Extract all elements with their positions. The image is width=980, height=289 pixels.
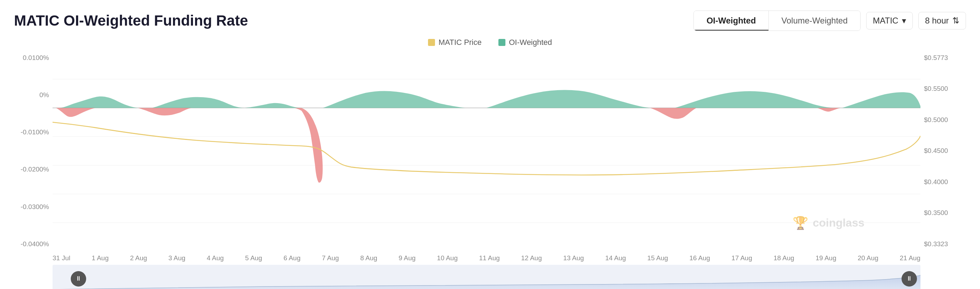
tab-oi-weighted[interactable]: OI-Weighted xyxy=(694,11,769,30)
chevron-updown-icon: ⇅ xyxy=(952,16,959,26)
x-label-19: 19 Aug xyxy=(816,254,837,262)
y-right-label-6: $0.3323 xyxy=(924,240,966,248)
x-label-5: 5 Aug xyxy=(245,254,262,262)
chart-area: MATIC Price OI-Weighted 0.0100% 0% -0.01… xyxy=(14,38,966,289)
y-axis-right: $0.5773 $0.5500 $0.5000 $0.4500 $0.4000 … xyxy=(920,51,966,251)
time-select-value: 8 hour xyxy=(925,16,949,26)
x-label-21: 21 Aug xyxy=(900,254,920,262)
x-axis: 31 Jul 1 Aug 2 Aug 3 Aug 4 Aug 5 Aug 6 A… xyxy=(52,251,920,263)
x-label-12: 12 Aug xyxy=(521,254,542,262)
x-label-3: 3 Aug xyxy=(169,254,186,262)
y-right-label-1: $0.5500 xyxy=(924,85,966,93)
x-label-6: 6 Aug xyxy=(283,254,301,262)
y-label-4: -0.0300% xyxy=(14,203,49,211)
y-label-0: 0.0100% xyxy=(14,54,49,62)
chevron-down-icon: ▾ xyxy=(902,16,906,26)
legend-label-price: MATIC Price xyxy=(439,38,482,47)
y-label-1: 0% xyxy=(14,91,49,99)
x-label-20: 20 Aug xyxy=(858,254,878,262)
y-right-label-4: $0.4000 xyxy=(924,178,966,186)
y-right-label-0: $0.5773 xyxy=(924,54,966,62)
tab-volume-weighted[interactable]: Volume-Weighted xyxy=(769,11,860,30)
legend: MATIC Price OI-Weighted xyxy=(14,38,966,47)
minimap-handle-left[interactable]: ⏸ xyxy=(71,271,86,287)
y-axis-left: 0.0100% 0% -0.0100% -0.0200% -0.0300% -0… xyxy=(14,51,52,251)
x-label-17: 17 Aug xyxy=(731,254,752,262)
watermark: 🏆 coinglass xyxy=(792,216,864,230)
page-title: MATIC OI-Weighted Funding Rate xyxy=(14,12,248,29)
coinglass-icon: 🏆 xyxy=(792,216,808,230)
legend-color-oi xyxy=(498,39,506,46)
legend-item-oi: OI-Weighted xyxy=(498,38,552,47)
legend-item-price: MATIC Price xyxy=(428,38,482,47)
x-label-2: 2 Aug xyxy=(130,254,147,262)
minimap-svg xyxy=(52,265,920,289)
y-right-label-5: $0.3500 xyxy=(924,209,966,217)
y-right-label-2: $0.5000 xyxy=(924,116,966,124)
y-right-label-3: $0.4500 xyxy=(924,147,966,155)
y-label-5: -0.0400% xyxy=(14,240,49,248)
minimap-handle-right[interactable]: ⏸ xyxy=(902,271,917,287)
x-label-18: 18 Aug xyxy=(773,254,794,262)
chart-svg xyxy=(52,51,920,251)
x-label-10: 10 Aug xyxy=(437,254,458,262)
minimap[interactable]: ⏸ ⏸ xyxy=(52,265,920,289)
header: MATIC OI-Weighted Funding Rate OI-Weight… xyxy=(14,11,966,31)
x-label-7: 7 Aug xyxy=(322,254,339,262)
asset-select-value: MATIC xyxy=(873,16,898,26)
asset-select[interactable]: MATIC ▾ xyxy=(866,12,913,29)
tab-group: OI-Weighted Volume-Weighted xyxy=(694,11,861,31)
legend-label-oi: OI-Weighted xyxy=(509,38,552,47)
chart-main: 0.0100% 0% -0.0100% -0.0200% -0.0300% -0… xyxy=(14,51,966,251)
x-label-4: 4 Aug xyxy=(207,254,224,262)
chart-inner: 🏆 coinglass xyxy=(52,51,920,251)
x-label-1: 1 Aug xyxy=(92,254,109,262)
app-container: MATIC OI-Weighted Funding Rate OI-Weight… xyxy=(0,0,980,289)
legend-color-price xyxy=(428,39,435,46)
x-label-14: 14 Aug xyxy=(605,254,626,262)
pause-icon-left: ⏸ xyxy=(75,275,82,282)
y-label-3: -0.0200% xyxy=(14,166,49,173)
controls: OI-Weighted Volume-Weighted MATIC ▾ 8 ho… xyxy=(694,11,966,31)
x-label-0: 31 Jul xyxy=(52,254,70,262)
pause-icon-right: ⏸ xyxy=(906,275,912,282)
x-label-13: 13 Aug xyxy=(563,254,584,262)
x-label-8: 8 Aug xyxy=(360,254,377,262)
time-select[interactable]: 8 hour ⇅ xyxy=(918,12,966,29)
x-label-11: 11 Aug xyxy=(479,254,500,262)
x-label-15: 15 Aug xyxy=(647,254,668,262)
y-label-2: -0.0100% xyxy=(14,128,49,136)
watermark-text: coinglass xyxy=(813,216,864,229)
x-label-16: 16 Aug xyxy=(689,254,710,262)
x-label-9: 9 Aug xyxy=(399,254,416,262)
